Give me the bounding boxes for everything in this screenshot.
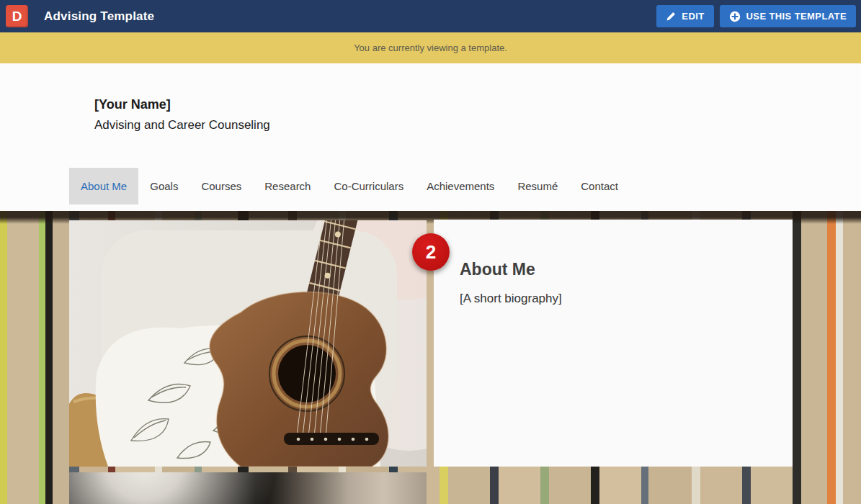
top-navbar: D Advising Template EDIT USE THIS TEMPLA… [0, 0, 861, 32]
edit-button[interactable]: EDIT [656, 5, 713, 27]
about-me-heading: About Me [460, 260, 767, 279]
module-count-badge[interactable]: 2 [412, 233, 450, 271]
tab-co-curriculars[interactable]: Co-Curriculars [322, 168, 415, 204]
section-tabs: About Me Goals Courses Research Co-Curri… [69, 168, 630, 204]
tab-about-me[interactable]: About Me [69, 168, 138, 204]
guitar-image-module[interactable] [69, 220, 427, 467]
tab-research[interactable]: Research [253, 168, 322, 204]
tab-courses[interactable]: Courses [189, 168, 253, 204]
second-image-module[interactable] [69, 472, 427, 504]
profile-block: [Your Name] Advising and Career Counseli… [94, 97, 270, 132]
plus-circle-icon [729, 11, 741, 22]
navbar-actions: EDIT USE THIS TEMPLATE [656, 5, 856, 27]
tab-resume[interactable]: Resumé [506, 168, 569, 204]
tab-achievements[interactable]: Achievements [415, 168, 506, 204]
app-logo-letter: D [12, 9, 22, 24]
portfolio-header: [Your Name] Advising and Career Counseli… [0, 63, 861, 211]
edit-button-label: EDIT [682, 11, 704, 22]
template-notice-banner: You are currently viewing a template. [0, 32, 861, 63]
tab-goals[interactable]: Goals [138, 168, 189, 204]
app-logo[interactable]: D [6, 5, 28, 27]
about-me-body: [A short biography] [460, 292, 767, 306]
profile-subtitle: Advising and Career Counseling [94, 118, 270, 132]
tab-contact[interactable]: Contact [569, 168, 630, 204]
module-count-value: 2 [426, 241, 436, 264]
use-this-template-label: USE THIS TEMPLATE [746, 11, 847, 22]
template-notice-text: You are currently viewing a template. [354, 42, 507, 53]
guitar-photo [69, 220, 427, 467]
use-this-template-button[interactable]: USE THIS TEMPLATE [720, 5, 856, 27]
profile-name: [Your Name] [94, 97, 270, 112]
pencil-icon [666, 12, 676, 22]
about-me-module[interactable]: About Me [A short biography] [434, 220, 793, 467]
page-title: Advising Template [44, 9, 154, 24]
